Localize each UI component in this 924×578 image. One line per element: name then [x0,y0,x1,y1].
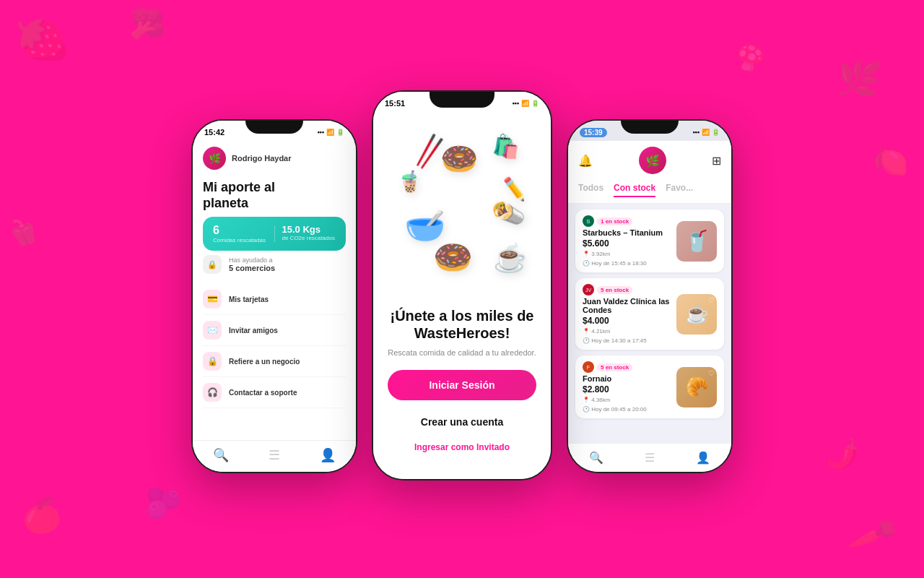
register-button[interactable]: Crear una cuenta [388,407,536,436]
right-tab-menu[interactable]: ☰ [645,451,655,465]
juan-valdez-logo: JV [583,284,594,296]
left-tab-bar: 🔍 ☰ 👤 [193,440,356,472]
fornaio-stock: 5 en stock [597,363,632,371]
right-battery-icon: 🔋 [712,129,720,136]
right-tab-search[interactable]: 🔍 [589,451,603,465]
left-header: 🌿 Rodrigo Haydar [193,141,356,176]
left-notch [245,121,303,134]
phone-center: 15:51 ▪▪▪ 📶 🔋 🥢 🍩 🛍️ 🧋 ✏️ 🥣 🌯 🍩 [372,90,552,480]
tab-profile[interactable]: 👤 [320,447,336,463]
tab-search[interactable]: 🔍 [213,447,229,463]
user-name: Rodrigo Haydar [232,154,292,163]
menu-item-refer[interactable]: 🔒 Refiere a un negocio [203,346,346,377]
center-title: ¡Únete a los miles de WasteHeroes! [388,307,536,342]
starbucks-brand: S 1 en stock [583,215,671,227]
food-cup: 🧋 [396,169,424,195]
starbucks-stock: 1 en stock [597,217,632,225]
app-logo: 🌿 [639,147,666,174]
tab-todos[interactable]: Todos [578,183,603,197]
fornaio-image: 🥐 ♡ [676,367,717,407]
avatar: 🌿 [203,147,226,170]
starbucks-distance: 📍 3.92km [583,251,610,257]
tab-menu[interactable]: ☰ [269,447,280,463]
login-button[interactable]: Iniciar Sesión [388,370,536,400]
center-time: 15:51 [385,99,405,108]
listing-fornaio[interactable]: F 5 en stock Fornaio $2.800 📍 4.36km 🕐 H… [575,355,724,418]
right-notch [621,121,679,134]
fornaio-heart[interactable]: ♡ [708,369,715,377]
cards-icon: 💳 [203,290,222,309]
starbucks-meta: 📍 3.92km 🕐 Hoy de 15:45 a 18:30 [583,251,671,267]
grid-icon[interactable]: ⊞ [712,154,721,168]
center-wifi-icon: 📶 [521,100,529,107]
tab-favoritos[interactable]: Favo... [666,183,693,197]
tab-con-stock[interactable]: Con stock [614,183,655,197]
support-icon: 🎧 [203,383,222,402]
left-time: 15:42 [204,128,225,137]
support-label: Contactar a soporte [229,389,297,397]
juan-valdez-stock: 5 en stock [597,286,632,294]
commerce-icon: 🔒 [203,255,222,274]
juan-valdez-info: JV 5 en stock Juan Valdez Clínica las Co… [583,284,671,344]
phones-container: 15:42 ▪▪▪ 📶 🔋 🌿 Rodrigo Haydar Mi aporte… [0,0,924,578]
center-content: ¡Únete a los miles de WasteHeroes! Resca… [373,300,551,467]
stat-weight: 15.0 Kgs [282,224,336,235]
signal-icon: ▪▪▪ [317,129,324,136]
page-title-text: Mi aporte al planeta [203,180,346,211]
fornaio-meta: 📍 4.36km 🕐 Hoy de 09:45 a 20:00 [583,397,671,413]
juan-valdez-heart[interactable]: ♡ [708,296,715,304]
phone-right: 15:39 ▪▪▪ 📶 🔋 🔔 🌿 ⊞ Todos [567,119,733,473]
tabs-row: Todos Con stock Favo... [568,180,731,204]
listing-starbucks[interactable]: S 1 en stock Starbucks – Titanium $5.600… [575,210,724,272]
stat-weight-label: de CO2e rescatados [282,235,336,241]
listings: S 1 en stock Starbucks – Titanium $5.600… [568,204,731,424]
commerce-section: 🔒 Has ayudado a 5 comercios [193,251,356,278]
juan-valdez-brand: JV 5 en stock [583,284,671,296]
stat-co2: 15.0 Kgs de CO2e rescatados [282,224,336,243]
fornaio-brand: F 5 en stock [583,361,671,373]
wifi-icon: 📶 [326,129,334,136]
commerce-text: Has ayudado a 5 comercios [229,256,275,272]
fornaio-name: Fornaio [583,374,671,383]
food-illustration: 🥢 🍩 🛍️ 🧋 ✏️ 🥣 🌯 🍩 ☕ [373,112,551,300]
menu-item-invite[interactable]: ✉️ Invitar amigos [203,315,346,346]
notification-icon[interactable]: 🔔 [578,154,593,168]
juan-valdez-distance: 📍 4.21km [583,328,610,335]
starbucks-logo: S [583,215,594,227]
stat-count-label: Comidas rescatadas [213,237,267,243]
refer-icon: 🔒 [203,352,222,371]
juan-valdez-meta: 📍 4.21km 🕐 Hoy de 14:30 a 17:45 [583,328,671,344]
fornaio-time: 🕐 Hoy de 09:45 a 20:00 [583,406,647,413]
food-emoji-container: 🥢 🍩 🛍️ 🧋 ✏️ 🥣 🌯 🍩 ☕ [390,126,534,285]
menu-item-cards[interactable]: 💳 Mis tarjetas [203,284,346,315]
left-header-icons: 🔔 [578,154,593,168]
stats-card: 6 Comidas rescatadas 15.0 Kgs de CO2e re… [203,217,346,251]
right-header: 🔔 🌿 ⊞ [568,141,731,180]
food-bag: 🛍️ [491,131,522,161]
battery-icon: 🔋 [336,129,344,136]
listing-juan-valdez[interactable]: JV 5 en stock Juan Valdez Clínica las Co… [575,278,724,350]
right-tab-profile[interactable]: 👤 [696,451,710,465]
fornaio-distance: 📍 4.36km [583,397,610,403]
right-time: 15:39 [580,128,607,137]
center-signal-icon: ▪▪▪ [512,100,519,107]
guest-login[interactable]: Ingresar como Invitado [388,442,536,452]
juan-valdez-price: $4.000 [583,316,671,326]
right-signal-icon: ▪▪▪ [692,129,699,136]
cards-label: Mis tarjetas [229,296,269,303]
food-coffee: ☕ [493,242,527,274]
center-subtitle: Rescata comida de calidad a tu alrededor… [388,348,536,358]
food-donut2: 🍩 [433,238,473,276]
menu-items: 💳 Mis tarjetas ✉️ Invitar amigos 🔒 Refie… [193,278,356,414]
starbucks-time: 🕐 Hoy de 15:45 a 18:30 [583,260,647,267]
juan-valdez-name: Juan Valdez Clínica las Condes [583,297,671,314]
stat-divider [274,225,275,242]
starbucks-price: $5.600 [583,238,671,249]
juan-valdez-time: 🕐 Hoy de 14:30 a 17:45 [583,337,647,344]
phone-left: 15:42 ▪▪▪ 📶 🔋 🌿 Rodrigo Haydar Mi aporte… [191,119,357,473]
starbucks-image: 🥤 [676,221,717,262]
fornaio-price: $2.800 [583,384,671,394]
menu-item-support[interactable]: 🎧 Contactar a soporte [203,377,346,408]
right-header-icons: ⊞ [712,154,721,168]
right-status-icons: ▪▪▪ 📶 🔋 [692,129,720,136]
